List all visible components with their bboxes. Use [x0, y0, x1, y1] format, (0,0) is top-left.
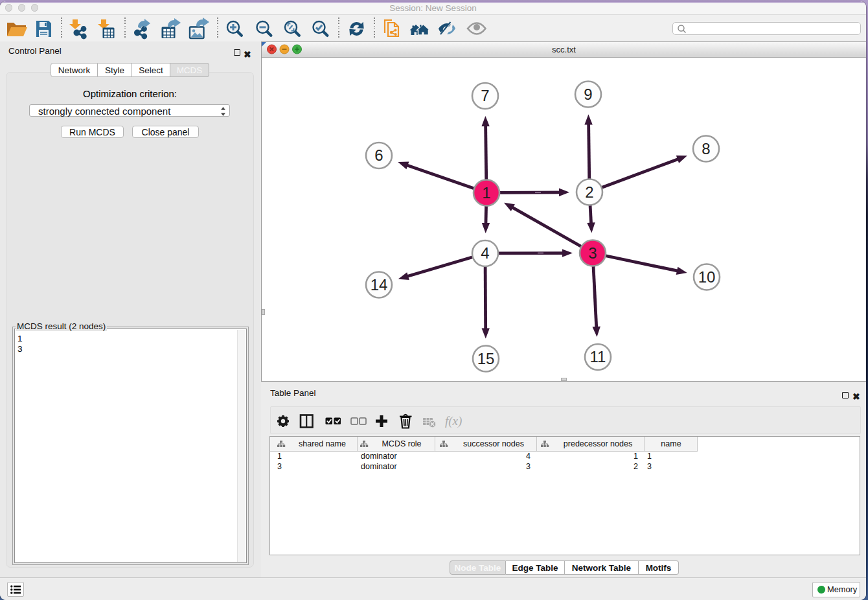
- svg-text:11: 11: [590, 348, 606, 365]
- svg-text:14: 14: [371, 276, 388, 294]
- svg-text:15: 15: [477, 350, 495, 367]
- svg-text:9: 9: [584, 86, 592, 103]
- svg-text:1: 1: [482, 184, 490, 202]
- svg-text:2: 2: [585, 183, 593, 201]
- svg-text:10: 10: [698, 268, 716, 286]
- svg-text:7: 7: [481, 87, 489, 104]
- svg-text:f(x): f(x): [445, 414, 462, 428]
- svg-text:4: 4: [481, 244, 489, 262]
- svg-text:3: 3: [588, 244, 597, 262]
- svg-text:6: 6: [374, 146, 383, 164]
- svg-text:8: 8: [702, 140, 710, 157]
